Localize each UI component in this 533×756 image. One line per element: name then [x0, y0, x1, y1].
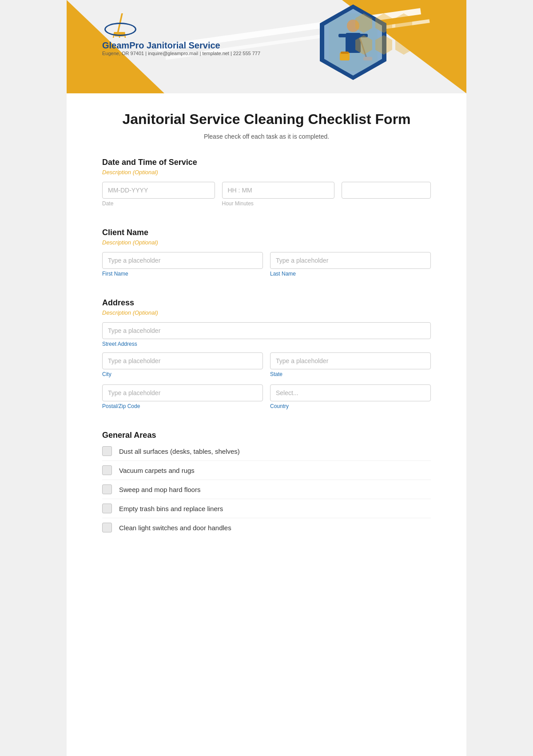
- city-input[interactable]: [102, 352, 263, 369]
- page: GleamPro Janitorial Service Eugene, OR 9…: [67, 0, 466, 756]
- list-item: Clean light switches and door handles: [102, 518, 431, 537]
- state-label: State: [270, 371, 431, 377]
- checkbox[interactable]: [102, 504, 112, 513]
- client-section-title: Client Name: [102, 228, 431, 237]
- task-label: Empty trash bins and replace liners: [119, 505, 223, 512]
- task-label: Clean light switches and door handles: [119, 524, 231, 532]
- country-input[interactable]: [270, 384, 431, 401]
- checkbox[interactable]: [102, 484, 112, 494]
- datetime-field-row: Date Hour Minutes AM: [102, 182, 431, 212]
- time-field-group: Hour Minutes: [222, 182, 335, 207]
- form-subtitle: Please check off each task as it is comp…: [102, 133, 431, 140]
- ampm-field-group: AM: [342, 182, 431, 207]
- postal-country-row: Postal/Zip Code Country: [102, 384, 431, 415]
- client-field-row: First Name Last Name: [102, 252, 431, 282]
- logo-ellipse: [104, 23, 136, 36]
- datetime-section-desc: Description (Optional): [102, 169, 431, 176]
- hex-pattern: [355, 13, 413, 55]
- header: GleamPro Janitorial Service Eugene, OR 9…: [67, 0, 466, 93]
- list-item: Sweep and mop hard floors: [102, 480, 431, 499]
- checkbox[interactable]: [102, 465, 112, 475]
- time-input[interactable]: [222, 182, 335, 199]
- client-section-desc: Description (Optional): [102, 239, 431, 246]
- general-areas-title: General Areas: [102, 431, 431, 440]
- postal-label: Postal/Zip Code: [102, 403, 263, 409]
- form-title: Janitorial Service Cleaning Checklist Fo…: [102, 111, 431, 128]
- last-name-label: Last Name: [270, 271, 431, 277]
- svg-rect-13: [341, 52, 349, 54]
- svg-rect-8: [338, 34, 346, 37]
- task-label: Dust all surfaces (desks, tables, shelve…: [119, 448, 240, 455]
- svg-rect-11: [363, 57, 372, 60]
- country-field-group: Country: [270, 384, 431, 409]
- state-input[interactable]: [270, 352, 431, 369]
- ampm-input[interactable]: AM: [342, 182, 431, 199]
- address-section-title: Address: [102, 298, 431, 308]
- list-item: Vacuum carpets and rugs: [102, 461, 431, 480]
- address-section-desc: Description (Optional): [102, 309, 431, 316]
- postal-field-group: Postal/Zip Code: [102, 384, 263, 409]
- first-name-input[interactable]: [102, 252, 263, 269]
- address-section: Address Description (Optional) Street Ad…: [102, 298, 431, 415]
- first-name-label: First Name: [102, 271, 263, 277]
- datetime-section: Date and Time of Service Description (Op…: [102, 158, 431, 212]
- logo-area: GleamPro Janitorial Service Eugene, OR 9…: [102, 13, 260, 56]
- city-state-row: City State: [102, 352, 431, 383]
- date-input[interactable]: [102, 182, 215, 199]
- list-item: Empty trash bins and replace liners: [102, 499, 431, 518]
- company-address: Eugene, OR 97401 | inquire@gleampro.mail…: [102, 51, 260, 56]
- state-field-group: State: [270, 352, 431, 377]
- list-item: Dust all surfaces (desks, tables, shelve…: [102, 442, 431, 461]
- checkbox[interactable]: [102, 523, 112, 532]
- main-content: Janitorial Service Cleaning Checklist Fo…: [67, 93, 466, 571]
- last-name-input[interactable]: [270, 252, 431, 269]
- postal-input[interactable]: [102, 384, 263, 401]
- header-image-area: [320, 4, 386, 80]
- checkbox[interactable]: [102, 446, 112, 456]
- city-field-group: City: [102, 352, 263, 377]
- street-field-group: Street Address: [102, 322, 431, 347]
- company-name: GleamPro Janitorial Service: [102, 40, 220, 51]
- datetime-section-title: Date and Time of Service: [102, 158, 431, 167]
- general-areas-checklist: Dust all surfaces (desks, tables, shelve…: [102, 442, 431, 537]
- last-name-field-group: Last Name: [270, 252, 431, 277]
- time-label: Hour Minutes: [222, 200, 335, 207]
- date-label: Date: [102, 200, 215, 207]
- task-label: Vacuum carpets and rugs: [119, 467, 195, 474]
- country-label: Country: [270, 403, 431, 409]
- street-input[interactable]: [102, 322, 431, 339]
- general-areas-section: General Areas Dust all surfaces (desks, …: [102, 431, 431, 537]
- city-label: City: [102, 371, 263, 377]
- street-label: Street Address: [102, 341, 431, 347]
- first-name-field-group: First Name: [102, 252, 263, 277]
- task-label: Sweep and mop hard floors: [119, 486, 200, 493]
- client-section: Client Name Description (Optional) First…: [102, 228, 431, 282]
- logo-broom-wrapper: [102, 13, 142, 38]
- logo-icon: [102, 13, 142, 38]
- date-field-group: Date: [102, 182, 215, 207]
